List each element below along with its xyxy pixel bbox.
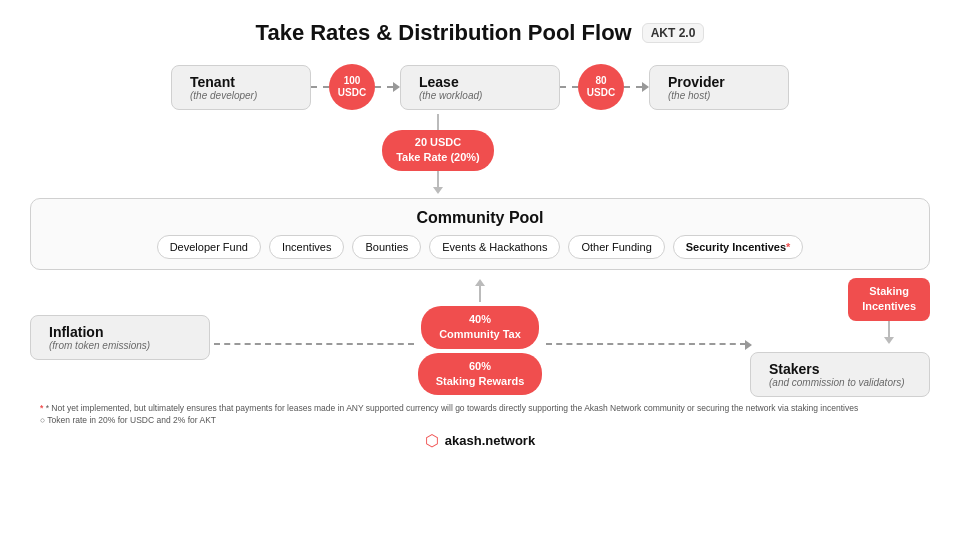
provider-subtitle: (the host) — [668, 90, 770, 101]
stakers-box: Stakers (and commission to validators) — [750, 352, 930, 397]
top-flow-row: Tenant (the developer) 100 USDC Lease (t… — [171, 64, 789, 110]
footnote-line1: * * Not yet implemented, but ultimately … — [40, 402, 920, 415]
page: Take Rates & Distribution Pool Flow AKT … — [0, 0, 960, 541]
lease-box: Lease (the workload) — [400, 65, 560, 110]
pool-items: Developer Fund Incentives Bounties Event… — [45, 235, 915, 259]
main-content: Tenant (the developer) 100 USDC Lease (t… — [30, 64, 930, 450]
pool-item-security-incentives: Security Incentives* — [673, 235, 804, 259]
tenant-title: Tenant — [190, 74, 292, 90]
footer-logo-text: akash.network — [445, 433, 535, 448]
inflation-title: Inflation — [49, 324, 191, 340]
title-area: Take Rates & Distribution Pool Flow AKT … — [256, 20, 705, 46]
center-badges: 40% Community Tax 60% Staking Rewards — [418, 279, 543, 396]
right-side: Staking Incentives Stakers (and commissi… — [750, 278, 930, 397]
stakers-title: Stakers — [769, 361, 911, 377]
staking-rewards-badge: 60% Staking Rewards — [418, 353, 543, 396]
tenant-subtitle: (the developer) — [190, 90, 292, 101]
page-title: Take Rates & Distribution Pool Flow — [256, 20, 632, 46]
community-pool-title: Community Pool — [45, 209, 915, 227]
take-rate-badge: 20 USDC Take Rate (20%) — [382, 130, 494, 171]
lease-subtitle: (the workload) — [419, 90, 541, 101]
pool-item-other-funding: Other Funding — [568, 235, 664, 259]
tenant-box: Tenant (the developer) — [171, 65, 311, 110]
footnote-line2: ○ Token rate in 20% for USDC and 2% for … — [40, 414, 920, 427]
footer: ⬡ akash.network — [425, 431, 535, 450]
pool-item-incentives: Incentives — [269, 235, 345, 259]
dashed-line-right — [546, 343, 746, 345]
provider-title: Provider — [668, 74, 770, 90]
provider-box: Provider (the host) — [649, 65, 789, 110]
take-rate-area: 20 USDC Take Rate (20%) — [382, 114, 494, 194]
amount-badge-2: 80 USDC — [578, 64, 624, 110]
inflation-subtitle: (from token emissions) — [49, 340, 191, 351]
amount-badge-1: 100 USDC — [329, 64, 375, 110]
arrow2-area: 80 USDC — [560, 64, 649, 110]
community-pool-section: Community Pool Developer Fund Incentives… — [30, 198, 930, 270]
arrow1-area: 100 USDC — [311, 64, 400, 110]
akt-badge: AKT 2.0 — [642, 23, 705, 43]
footnote: * * Not yet implemented, but ultimately … — [30, 402, 930, 428]
dashed-line-left — [214, 343, 414, 345]
lease-title: Lease — [419, 74, 541, 90]
community-tax-badge: 40% Community Tax — [421, 306, 539, 349]
pool-item-bounties: Bounties — [352, 235, 421, 259]
pool-item-developer-fund: Developer Fund — [157, 235, 261, 259]
bottom-section: Inflation (from token emissions) 40% Com… — [30, 278, 930, 397]
pool-item-events: Events & Hackathons — [429, 235, 560, 259]
stakers-subtitle: (and commission to validators) — [769, 377, 911, 388]
inflation-box: Inflation (from token emissions) — [30, 315, 210, 360]
staking-incentives-badge: Staking Incentives — [848, 278, 930, 321]
staking-incentives-area: Staking Incentives — [848, 278, 930, 344]
footer-logo-icon: ⬡ — [425, 431, 439, 450]
